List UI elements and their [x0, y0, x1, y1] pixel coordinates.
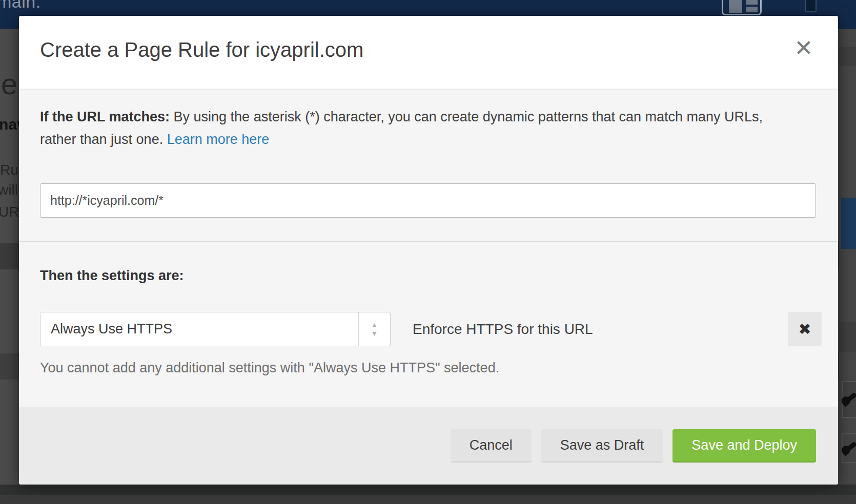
- dimmed-edit-button: [842, 433, 856, 463]
- url-pattern-input[interactable]: [40, 183, 816, 218]
- chevron-down-icon: ▼: [371, 330, 378, 337]
- modal-title: Create a Page Rule for icyapril.com: [40, 38, 363, 61]
- url-match-label: If the URL matches:: [40, 109, 170, 124]
- chevron-up-icon: ▲: [371, 321, 378, 328]
- dimmed-page-bottom: [0, 485, 856, 495]
- close-icon[interactable]: ✕: [787, 31, 821, 65]
- remove-setting-button[interactable]: ✖: [788, 312, 822, 346]
- section-divider: [19, 241, 838, 242]
- setting-select-value: Always Use HTTPS: [51, 312, 172, 346]
- layout-icon-bar: [746, 7, 758, 12]
- page-heading-fragment: e: [1, 67, 17, 101]
- header-icon-fragment: [805, 0, 817, 12]
- page-text-fragment: Ru: [0, 162, 18, 178]
- learn-more-link[interactable]: Learn more here: [167, 132, 270, 147]
- setting-description: Enforce HTTPS for this URL: [413, 312, 593, 346]
- wrench-icon: [845, 442, 856, 453]
- dimmed-page-bottom: [0, 495, 856, 504]
- cancel-button[interactable]: Cancel: [451, 429, 532, 463]
- dimmed-right-edge: [839, 29, 856, 504]
- layout-icon-square: [729, 0, 742, 13]
- page-text-fragment: will: [0, 182, 18, 198]
- setting-select-dropdown[interactable]: Always Use HTTPS ▲ ▼: [40, 312, 391, 346]
- header-text-fragment: main.: [0, 0, 41, 12]
- modal-header: Create a Page Rule for icyapril.com ✕: [19, 16, 838, 90]
- select-stepper-icon[interactable]: ▲ ▼: [358, 312, 390, 346]
- save-and-deploy-button[interactable]: Save and Deploy: [672, 429, 816, 463]
- settings-heading: Then the settings are:: [40, 268, 184, 284]
- setting-note: You cannot add any additional settings w…: [40, 360, 499, 376]
- create-page-rule-modal: Create a Page Rule for icyapril.com ✕ If…: [19, 16, 838, 485]
- save-as-draft-button[interactable]: Save as Draft: [541, 429, 663, 463]
- layout-icon-bar: [746, 0, 758, 5]
- wrench-icon: [845, 392, 856, 404]
- dimmed-edit-button: [842, 381, 856, 418]
- modal-footer: Cancel Save as Draft Save and Deploy: [19, 407, 838, 485]
- dimmed-right-band: [839, 47, 856, 66]
- page-text-fragment: UR: [0, 204, 19, 220]
- dimmed-right-band: [839, 322, 856, 352]
- url-match-description: If the URL matches: By using the asteris…: [40, 106, 783, 151]
- layout-icon: [722, 0, 762, 15]
- dimmed-blue-button-edge: [841, 198, 856, 249]
